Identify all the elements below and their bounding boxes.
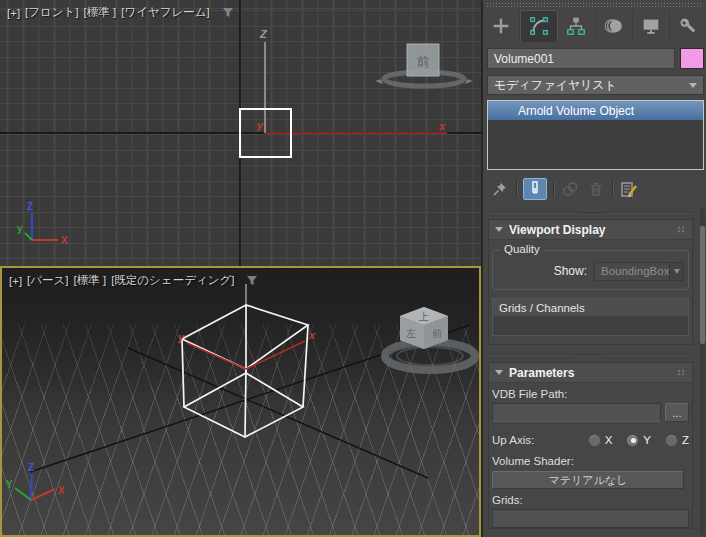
- object-x-axis-label: x: [308, 329, 316, 341]
- volume-shader-material-button[interactable]: マテリアルなし: [492, 471, 684, 489]
- viewport-standard-menu[interactable]: [標準 ]: [84, 5, 117, 20]
- viewport-pov-menu[interactable]: [フロント]: [25, 5, 78, 20]
- viewport-perspective[interactable]: y x Z X Y 上 左 前: [0, 266, 481, 537]
- show-row: Show: BoundingBox: [497, 261, 684, 281]
- viewport-pov-menu[interactable]: [パース]: [27, 273, 68, 288]
- show-dropdown-value: BoundingBox: [601, 265, 669, 277]
- object-y-axis-label: y: [256, 119, 264, 131]
- motion-icon: [603, 15, 625, 37]
- radio-icon[interactable]: [588, 434, 601, 447]
- radio-checked-icon[interactable]: [626, 434, 639, 447]
- grids-channels-row[interactable]: Grids / Channels: [493, 299, 688, 316]
- rollout-grip-icon[interactable]: [677, 226, 686, 233]
- viewcube-front-face[interactable]: 前: [417, 54, 430, 69]
- panel-scrollbar[interactable]: [700, 208, 705, 535]
- separator-dots-icon: [575, 353, 601, 356]
- viewcube[interactable]: 前: [375, 44, 473, 86]
- modifier-list-dropdown[interactable]: モディファイヤリスト: [487, 75, 704, 95]
- quality-group-title: Quality: [500, 243, 544, 255]
- tab-hierarchy[interactable]: [558, 10, 595, 42]
- vdb-file-path-row: ...: [492, 403, 689, 422]
- up-axis-y-option[interactable]: Y: [626, 434, 651, 447]
- modifier-list-label: モディファイヤリスト: [494, 77, 617, 94]
- per-view-filter-icon[interactable]: [246, 275, 258, 286]
- viewport-front[interactable]: Z x y Z X y 前 [+] [フロント]: [0, 0, 481, 266]
- rollout-title: Viewport Display: [509, 223, 671, 237]
- viewport-display-rollout: Viewport Display Quality Show: BoundingB…: [488, 219, 693, 345]
- up-axis-x-label: X: [605, 434, 613, 446]
- per-view-filter-icon[interactable]: [222, 7, 234, 18]
- viewcube-top-face[interactable]: 上: [418, 311, 429, 322]
- dropdown-arrow-button: [669, 263, 683, 280]
- pin-stack-button[interactable]: [490, 179, 510, 199]
- browse-button[interactable]: ...: [665, 403, 689, 422]
- object-color-swatch[interactable]: [680, 48, 704, 69]
- grids-channels-listbox[interactable]: Grids / Channels: [492, 298, 689, 336]
- quality-group: Quality Show: BoundingBox: [492, 250, 689, 290]
- object-name-field[interactable]: Volume001: [487, 48, 675, 69]
- rollout-separator: [488, 353, 687, 356]
- make-unique-button: [560, 179, 580, 199]
- rollout-open-icon: [495, 227, 503, 232]
- tab-utilities[interactable]: [670, 10, 706, 42]
- viewcube[interactable]: 上 左 前: [385, 307, 475, 370]
- modify-icon: [528, 15, 550, 37]
- scrollbar-thumb[interactable]: [700, 226, 705, 344]
- tripod-y-label: Y: [6, 479, 13, 490]
- tripod-x-label: X: [61, 235, 68, 246]
- rollout-grip-icon[interactable]: [677, 369, 686, 376]
- viewport-general-menu[interactable]: [+]: [7, 7, 20, 19]
- viewport-standard-menu[interactable]: [標準 ]: [74, 273, 107, 288]
- tripod-z-label: Z: [27, 201, 33, 212]
- viewport-shading-menu[interactable]: [ワイヤフレーム]: [121, 5, 210, 20]
- grids-label: Grids:: [492, 494, 692, 506]
- grids-list[interactable]: [492, 509, 689, 528]
- tripod-z-label: Z: [28, 462, 34, 473]
- tab-create[interactable]: [483, 10, 520, 42]
- viewport-front-menus: [+] [フロント] [標準 ] [ワイヤフレーム]: [7, 5, 234, 20]
- remove-modifier-button: [586, 179, 606, 199]
- up-axis-z-option[interactable]: Z: [665, 434, 689, 447]
- rollout-open-icon: [495, 370, 503, 375]
- configure-modifier-sets-button[interactable]: [619, 179, 639, 199]
- viewport-display-rollout-header[interactable]: Viewport Display: [489, 220, 692, 240]
- modifier-stack-toolbar: [490, 176, 704, 202]
- vdb-file-path-label: VDB File Path:: [492, 388, 692, 400]
- show-end-result-button[interactable]: [523, 178, 547, 200]
- up-axis-y-label: Y: [643, 434, 651, 446]
- configure-modifier-sets-icon: [620, 181, 638, 198]
- show-dropdown: BoundingBox: [594, 262, 684, 281]
- toolbar-separator: [553, 181, 554, 197]
- make-unique-icon: [561, 181, 579, 197]
- tab-modify[interactable]: [520, 10, 558, 42]
- parameters-rollout: Parameters VDB File Path: ... Up Axis: X: [488, 362, 693, 529]
- radio-icon[interactable]: [665, 434, 678, 447]
- tab-motion[interactable]: [596, 10, 633, 42]
- object-name-row: Volume001: [487, 48, 704, 69]
- chevron-down-icon: [674, 269, 680, 274]
- panel-drag-handle[interactable]: [486, 2, 703, 7]
- vdb-file-path-field[interactable]: [492, 403, 661, 422]
- tab-display[interactable]: [633, 10, 670, 42]
- rollout-title: Parameters: [509, 366, 671, 380]
- up-axis-x-option[interactable]: X: [588, 434, 613, 447]
- toolbar-separator: [516, 181, 517, 197]
- display-icon: [640, 15, 662, 37]
- rollout-separator: [489, 211, 694, 214]
- viewport-front-scene: Z x y Z X y 前: [0, 0, 481, 266]
- 3dsmax-window: Z x y Z X y 前 [+] [フロント]: [0, 0, 706, 537]
- command-panel-tabs: [483, 10, 706, 42]
- parameters-rollout-header[interactable]: Parameters: [489, 363, 692, 383]
- object-x-axis-label: x: [438, 120, 446, 132]
- modifier-stack[interactable]: Arnold Volume Object: [487, 100, 704, 170]
- toolbar-separator: [612, 181, 613, 197]
- trash-icon: [588, 181, 604, 197]
- tripod-x-label: X: [58, 485, 65, 496]
- modifier-stack-item[interactable]: Arnold Volume Object: [488, 101, 703, 120]
- command-panel: Volume001 モディファイヤリスト Arnold Volume Objec…: [483, 0, 706, 537]
- viewcube-front-face[interactable]: 前: [432, 328, 442, 339]
- viewcube-left-face[interactable]: 左: [406, 328, 416, 339]
- up-axis-label: Up Axis:: [492, 434, 534, 446]
- viewport-shading-menu[interactable]: [既定のシェーディング]: [111, 273, 234, 288]
- viewport-general-menu[interactable]: [+]: [9, 275, 22, 287]
